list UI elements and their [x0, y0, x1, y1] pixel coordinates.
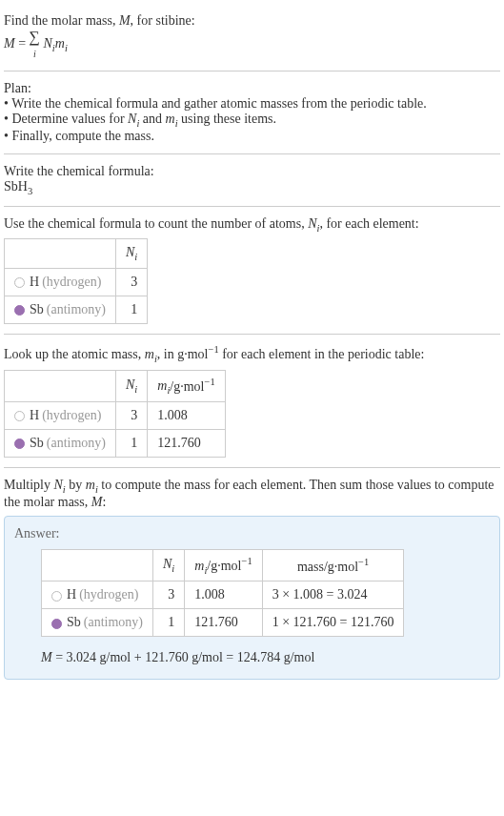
eq-ni: Ni: [43, 36, 54, 51]
answer-box: Answer: Ni mi/g·mol−1 mass/g·mol−1 H(hyd…: [4, 516, 500, 680]
table-row: H(hydrogen) 3 1.008 3 × 1.008 = 3.024: [42, 581, 404, 609]
mass-section: Look up the atomic mass, mi, in g·mol−1 …: [4, 335, 500, 468]
intro-line: Find the molar mass, M, for stibine:: [4, 13, 500, 29]
eq-sum: ∑: [30, 29, 40, 45]
answer-table: Ni mi/g·mol−1 mass/g·mol−1 H(hydrogen) 3…: [41, 549, 404, 637]
chem-formula-section: Write the chemical formula: SbH3: [4, 154, 500, 207]
count-section: Use the chemical formula to count the nu…: [4, 207, 500, 336]
intro-equation: M = ∑i Nimi: [4, 29, 500, 61]
answer-m: 121.760: [185, 609, 262, 637]
answer-n: 3: [153, 581, 185, 609]
mass-n: 1: [116, 430, 148, 458]
count-header-blank: [5, 239, 116, 269]
eq-eq: =: [15, 36, 30, 51]
element-cell: H(hydrogen): [42, 581, 153, 609]
mass-text: Look up the atomic mass, mi, in g·mol−1 …: [4, 344, 500, 363]
var-m: M: [119, 13, 131, 28]
count-header-n: Ni: [116, 239, 148, 269]
table-row: Sb(antimony) 1 121.760 1 × 121.760 = 121…: [42, 609, 404, 637]
table-row: Sb(antimony) 1: [5, 296, 148, 324]
mass-m: 1.008: [148, 402, 225, 430]
mass-header-blank: [5, 370, 116, 401]
answer-header-n: Ni: [153, 549, 185, 581]
answer-calc: 1 × 121.760 = 121.760: [262, 609, 404, 637]
element-cell: Sb(antimony): [5, 430, 116, 458]
element-swatch-icon: [14, 411, 25, 421]
plan-bullet-1: • Write the chemical formula and gather …: [4, 96, 500, 112]
answer-calc: 3 × 1.008 = 3.024: [262, 581, 404, 609]
element-swatch-icon: [14, 277, 25, 288]
mass-header-m: mi/g·mol−1: [148, 370, 225, 401]
mass-m: 121.760: [148, 430, 225, 458]
plan-section: Plan: • Write the chemical formula and g…: [4, 71, 500, 154]
answer-header-mass: mass/g·mol−1: [262, 549, 404, 581]
element-cell: H(hydrogen): [5, 269, 116, 296]
eq-mi: mi: [55, 36, 68, 51]
element-cell: Sb(antimony): [5, 296, 116, 324]
element-cell: Sb(antimony): [42, 609, 153, 637]
text: Find the molar mass,: [4, 13, 119, 28]
answer-m: 1.008: [185, 581, 262, 609]
plan-bullet-3: • Finally, compute the mass.: [4, 129, 500, 144]
table-row: H(hydrogen) 3: [5, 269, 148, 296]
intro-section: Find the molar mass, M, for stibine: M =…: [4, 4, 500, 71]
answer-n: 1: [153, 609, 185, 637]
eq-sum-sub: i: [33, 49, 36, 59]
answer-label: Answer:: [14, 526, 490, 541]
chem-title: Write the chemical formula:: [4, 164, 500, 179]
element-swatch-icon: [14, 439, 25, 449]
mass-table: Ni mi/g·mol−1 H(hydrogen) 3 1.008 Sb(ant…: [4, 370, 226, 458]
multiply-text: Multiply Ni by mi to compute the mass fo…: [4, 478, 500, 510]
answer-header-blank: [42, 549, 153, 581]
count-table: Ni H(hydrogen) 3 Sb(antimony) 1: [4, 238, 148, 324]
eq-lhs: M: [4, 36, 15, 51]
table-row: Sb(antimony) 1 121.760: [5, 430, 226, 458]
mass-n: 3: [116, 402, 148, 430]
chem-formula: SbH3: [4, 179, 500, 196]
element-swatch-icon: [51, 619, 62, 629]
count-n: 3: [116, 269, 148, 296]
element-swatch-icon: [14, 305, 25, 316]
count-n: 1: [116, 296, 148, 324]
plan-bullet-2: • Determine values for Ni and mi using t…: [4, 112, 500, 129]
text: , for stibine:: [131, 13, 195, 28]
multiply-section: Multiply Ni by mi to compute the mass fo…: [4, 468, 500, 689]
element-cell: H(hydrogen): [5, 402, 116, 430]
count-text: Use the chemical formula to count the nu…: [4, 216, 500, 234]
mass-header-n: Ni: [116, 370, 148, 401]
plan-title: Plan:: [4, 81, 500, 96]
final-answer: M = 3.024 g/mol + 121.760 g/mol = 124.78…: [41, 650, 490, 665]
answer-header-m: mi/g·mol−1: [185, 549, 262, 581]
table-row: H(hydrogen) 3 1.008: [5, 402, 226, 430]
element-swatch-icon: [51, 591, 62, 602]
